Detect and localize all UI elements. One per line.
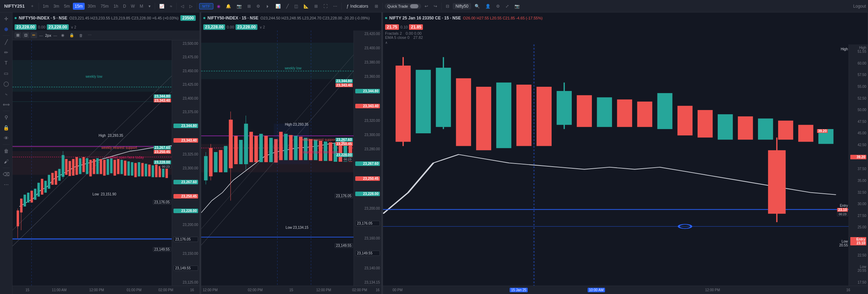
tf-m[interactable]: M [138, 3, 145, 10]
tf-more[interactable]: ▾ [146, 2, 153, 10]
tf-d[interactable]: D [121, 3, 128, 10]
trash-tool[interactable]: 🗑 [1, 146, 11, 156]
ruler-btn[interactable]: 📐 [301, 2, 311, 10]
more-tools[interactable]: ⋯ [1, 180, 11, 190]
tf-30m[interactable]: 30m [86, 3, 97, 10]
chart-pane-2: NIFTY50-INDEX · 15 · NSE O23,244.50 H23,… [201, 12, 382, 294]
measure-tool[interactable]: ⟺ [1, 100, 11, 109]
svg-rect-32 [93, 159, 95, 174]
more-draw-btn[interactable]: ⋯ [86, 32, 93, 38]
pattern-btn[interactable]: ◫ [292, 2, 300, 10]
chart-compare-button[interactable]: ≈ [168, 2, 175, 10]
chart1-canvas[interactable]: weekly low weekly nearest support market… [12, 40, 172, 286]
indicators-button[interactable]: ƒ Indicators [344, 3, 371, 10]
chart1-ohlc: O23,221.45 H23,233.55 L23,219.85 C23,228… [69, 16, 178, 20]
redo-button[interactable]: ↪ [432, 2, 439, 10]
rectangle-tool[interactable]: ▭ [1, 68, 11, 78]
nifty50-selector[interactable]: Nifty50 [453, 3, 471, 9]
logout-button[interactable]: Logout [853, 4, 866, 9]
tf-3m[interactable]: 3m [52, 3, 61, 10]
fibonacci-tool[interactable]: ⍀ [1, 89, 11, 99]
settings-button[interactable]: ⚙ [494, 2, 502, 10]
svg-rect-94 [309, 139, 312, 160]
tf-5m[interactable]: 5m [62, 3, 72, 10]
undo-button[interactable]: ↩ [423, 2, 430, 10]
chart1-time-12pm: 12:00 PM [89, 288, 104, 292]
circle-tool[interactable]: ◯ [1, 79, 11, 89]
expand-icon[interactable]: ∧ [385, 41, 388, 44]
visible-tool[interactable]: 👁 [1, 133, 11, 143]
chart-type-button[interactable]: 📈 [157, 2, 167, 10]
zoom-in-button[interactable]: 🔍 [473, 2, 482, 10]
camera-button[interactable]: 📷 [512, 2, 522, 10]
chart1-close-price: 23,228.00 [47, 24, 69, 30]
text-tool[interactable]: T [1, 58, 11, 68]
lock-tool[interactable]: 🔒 [1, 123, 11, 133]
scale1-23425: 23,425.00 [173, 83, 198, 86]
lock-draw-btn[interactable]: 🔒 [68, 32, 76, 38]
svg-rect-95 [314, 140, 317, 160]
scale1-23250: 23,250.45 [173, 194, 198, 199]
chart3-header: NIFTY 25 Jan 16 23350 CE · 15 · NSE O26.… [383, 12, 868, 24]
tf-1m[interactable]: 1m [41, 3, 50, 10]
add-symbol-button[interactable]: ＋ [28, 2, 36, 10]
templates-button[interactable]: ⊞ [373, 2, 380, 10]
pencil-draw-btn[interactable]: ✏ [31, 32, 37, 38]
svg-rect-13 [31, 191, 33, 202]
chart2-current-price-green: 23,228.00 [203, 24, 225, 30]
tf-75m[interactable]: 75m [99, 3, 110, 10]
scale3-low-label: Low 20.55 [850, 265, 866, 272]
tf-w[interactable]: W [129, 3, 136, 10]
mtf-button[interactable]: MTF [199, 3, 213, 9]
scale2-23320: 23,320.00 [355, 119, 380, 123]
chart3-canvas[interactable]: Entry 23.10 00:23 Low 20.55 High [383, 44, 849, 286]
crosshair-tool[interactable]: ⊕ [1, 24, 11, 34]
svg-rect-125 [718, 114, 733, 140]
chart-settings-btn[interactable]: ⚙ [254, 2, 262, 10]
fullscreen-btn[interactable]: ⛶ [321, 2, 330, 10]
chart3-symbol: NIFTY 25 Jan 16 23350 CE · 15 · NSE [389, 16, 461, 20]
svg-rect-93 [304, 138, 307, 160]
brush-tool[interactable]: 🖌 [1, 157, 11, 166]
resize-button[interactable]: ⤢ [503, 2, 511, 10]
svg-rect-91 [294, 136, 297, 160]
alert-button[interactable]: 🔔 [224, 2, 233, 10]
chart3-svg [383, 44, 849, 286]
replay-button[interactable]: ⏵ [264, 2, 272, 10]
screenshot-button[interactable]: 📷 [235, 2, 244, 10]
user-button[interactable]: 👤 [483, 2, 493, 10]
scale3-25: 25.00 [850, 225, 866, 229]
compare-button[interactable]: ⊞ [245, 2, 253, 10]
color-picker-button[interactable]: ◉ [215, 2, 222, 10]
svg-rect-121 [637, 102, 653, 127]
magnet-tool[interactable]: ⚲ [1, 112, 11, 122]
scale1-23325: 23,325.00 [173, 152, 198, 156]
select-draw-btn[interactable]: ⊞ [15, 32, 21, 38]
eraser-tool[interactable]: ⌫ [1, 169, 11, 179]
nav-prev-button[interactable]: ◁ [179, 2, 186, 10]
scale1-23450: 23,450.00 [173, 69, 198, 73]
svg-rect-14 [34, 189, 36, 200]
layout-button[interactable]: ⊟ [444, 2, 451, 10]
eye-draw-btn[interactable]: ◉ [59, 32, 66, 38]
line-tool[interactable]: ╱ [1, 37, 11, 47]
draw-trendline-btn[interactable]: ╱ [284, 2, 291, 10]
nav-next-button[interactable]: ▷ [187, 2, 195, 10]
svg-rect-98 [329, 142, 332, 161]
delete-draw-btn[interactable]: 🗑 [77, 33, 85, 38]
chart2-canvas[interactable]: weekly low weekly nearest support market… [201, 31, 354, 286]
chart-pane-3: NIFTY 25 Jan 16 23350 CE · 15 · NSE O26.… [383, 12, 868, 294]
study-btn[interactable]: 📊 [273, 2, 283, 10]
pencil-tool[interactable]: ✏ [1, 48, 11, 57]
grid-btn[interactable]: ⊞ [312, 2, 320, 10]
tf-1h[interactable]: 1h [112, 3, 120, 10]
svg-rect-44 [134, 163, 137, 177]
tf-15m[interactable]: 15m [73, 3, 84, 10]
sidebar-sep-4 [3, 168, 10, 168]
quick-trade-toggle[interactable]: Quick Trade [385, 3, 421, 9]
chart1-v-label: ∨ 2 [71, 25, 76, 29]
draw-type-btn[interactable]: ⊡ [23, 32, 29, 38]
scale3-22: 22.50 [850, 253, 866, 257]
more-tools-btn[interactable]: ⋯ [331, 2, 339, 10]
cursor-tool[interactable]: ✛ [1, 14, 11, 24]
